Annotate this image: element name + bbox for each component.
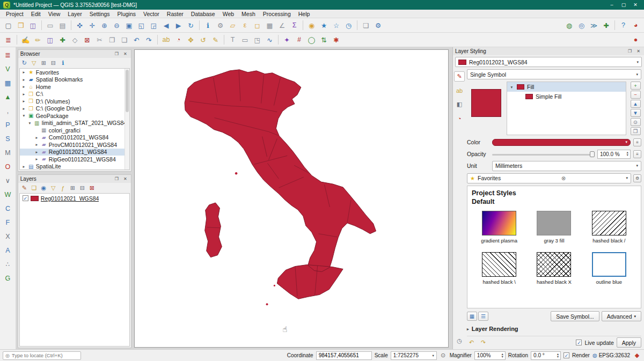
browser-item-geopackage[interactable]: ▾ ▣ GeoPackage xyxy=(20,112,129,120)
locate-bar[interactable]: ◎ xyxy=(3,351,81,360)
zoom-full-button[interactable]: ▣ xyxy=(123,20,135,31)
diagrams-tab[interactable]: ◔ xyxy=(454,113,465,123)
collapse-all-button[interactable]: ⊟ xyxy=(78,183,87,193)
new-map-view-button[interactable]: ❏ xyxy=(360,20,371,31)
save-project-button[interactable]: ◫ xyxy=(27,20,39,31)
list-view-button[interactable]: ☰ xyxy=(478,312,488,321)
remove-layer-button[interactable]: ⊠ xyxy=(87,183,97,193)
add-wms-layer-button[interactable]: W xyxy=(2,189,13,200)
history-tab[interactable]: ◷ xyxy=(454,336,465,346)
map-canvas[interactable]: ☝ xyxy=(134,49,449,348)
opacity-spinbox[interactable]: 100.0 % ▲▼ xyxy=(597,150,631,159)
expand-arrow-icon[interactable]: ▸ xyxy=(21,99,26,104)
maximize-button[interactable]: ▢ xyxy=(618,1,629,9)
expand-arrow-icon[interactable]: ▸ xyxy=(34,142,39,147)
style-filter-select[interactable]: ★ Favorites ⊗ ▾ xyxy=(467,173,631,183)
expand-arrow-icon[interactable]: ▾ xyxy=(509,85,514,90)
browser-expand-all-button[interactable]: ⊞ xyxy=(39,58,48,68)
lock-scale-icon[interactable]: ⊙ xyxy=(440,351,447,360)
menu-processing[interactable]: Processing xyxy=(259,10,295,18)
add-group-button[interactable]: ❏ xyxy=(30,183,39,193)
change-label-button[interactable]: ✎ xyxy=(210,34,221,46)
add-feature-button[interactable]: ✚ xyxy=(57,34,68,46)
message-log-icon[interactable]: ◆ xyxy=(633,351,641,360)
menu-help[interactable]: Help xyxy=(295,10,314,18)
zoom-to-selection-button[interactable]: ◲ xyxy=(148,20,159,31)
close-panel-icon[interactable]: ✕ xyxy=(122,51,129,57)
add-gps-layer-button[interactable]: G xyxy=(2,272,13,284)
add-wcs-layer-button[interactable]: C xyxy=(2,203,13,214)
redo-button[interactable]: ↷ xyxy=(143,34,155,46)
scrollbar-thumb[interactable] xyxy=(126,70,129,112)
style-hashed-black-fwd[interactable]: hashed black / xyxy=(582,211,636,244)
browser-collapse-all-button[interactable]: ⊟ xyxy=(49,58,58,68)
statistical-summary-button[interactable]: Σ xyxy=(289,20,300,31)
icon-view-button[interactable]: ▦ xyxy=(467,312,477,321)
layout-manager-button[interactable]: ▤ xyxy=(57,20,68,31)
zoom-out-button[interactable]: ⊖ xyxy=(111,20,122,31)
browser-item-ripgeo[interactable]: ▸ ▰ RipGeo01012021_WGS84 xyxy=(20,156,129,163)
layer-diagram-button[interactable]: ◔ xyxy=(173,34,184,46)
expand-arrow-icon[interactable]: ▾ xyxy=(27,121,32,126)
annotation-form-button[interactable]: ▭ xyxy=(239,34,251,46)
move-symbol-layer-up-button[interactable]: ▲ xyxy=(631,100,641,108)
error-indicator-icon[interactable]: ● xyxy=(630,34,641,46)
zoom-last-button[interactable]: ◀ xyxy=(160,20,172,31)
new-bookmark-button[interactable]: ★ xyxy=(318,20,330,31)
grass-tools-button[interactable]: ◍ xyxy=(564,20,575,31)
magnifier-spinbox[interactable]: 100% ▲▼ xyxy=(474,351,506,360)
fill-color-button[interactable]: ▾ xyxy=(492,139,631,146)
clear-filter-icon[interactable]: ⊗ xyxy=(561,175,566,181)
expand-arrow-icon[interactable]: ▸ xyxy=(21,106,26,111)
style-outline-blue[interactable]: outline blue xyxy=(582,252,636,285)
osm-place-search-button[interactable]: ◯ xyxy=(306,34,317,46)
add-delimited-text-layer-button[interactable]: , xyxy=(2,105,13,116)
user-profile-button[interactable]: ◕ xyxy=(630,20,641,31)
python-console-button[interactable]: ≫ xyxy=(588,20,599,31)
show-bookmarks-button[interactable]: ☆ xyxy=(331,20,342,31)
help-button[interactable]: ? xyxy=(618,20,629,31)
select-features-button[interactable]: ▱ xyxy=(227,20,238,31)
float-panel-icon[interactable]: ❐ xyxy=(113,176,120,182)
expand-arrow-icon[interactable]: ▸ xyxy=(34,135,39,140)
menu-plugins[interactable]: Plugins xyxy=(114,10,140,18)
temporal-controller-button[interactable]: ◷ xyxy=(343,20,354,31)
expand-all-button[interactable]: ⊞ xyxy=(68,183,77,193)
masks-tab[interactable]: ◧ xyxy=(454,99,465,109)
unit-select[interactable]: Millimeters ▾ xyxy=(492,161,641,171)
float-panel-button[interactable]: ❐ xyxy=(626,48,633,55)
browser-item-favorites[interactable]: ▸ ★ Favorites xyxy=(20,69,129,76)
spin-arrows-icon[interactable]: ▲▼ xyxy=(626,151,629,157)
add-vector-layer-button[interactable]: V xyxy=(2,63,13,75)
data-source-manager-button[interactable]: ≣ xyxy=(3,34,14,46)
close-panel-icon[interactable]: ✕ xyxy=(122,176,129,182)
menu-vector[interactable]: Vector xyxy=(140,10,163,18)
live-update-checkbox[interactable]: ✓ xyxy=(576,340,582,345)
move-symbol-layer-down-button[interactable]: ▼ xyxy=(631,109,641,117)
browser-item-colori-grafici[interactable]: ▦ colori_grafici xyxy=(20,127,129,134)
symbol-node-simple-fill[interactable]: Simple Fill xyxy=(507,92,626,101)
menu-layer[interactable]: Layer xyxy=(64,10,85,18)
open-layer-styling-panel-button[interactable]: ✎ xyxy=(20,183,29,193)
layer-item-reg01012021-wgs84[interactable]: ✓ Reg01012021_WGS84 xyxy=(20,194,129,203)
manage-map-themes-button[interactable]: ◉ xyxy=(39,183,48,193)
new-3d-map-button[interactable]: ◳ xyxy=(252,34,263,46)
current-edits-button[interactable]: ✍ xyxy=(20,34,31,46)
coordinate-input[interactable] xyxy=(316,351,372,360)
add-virtual-layer-button[interactable]: ∨ xyxy=(2,175,13,186)
browser-reload-button[interactable]: ↻ xyxy=(20,58,29,68)
undo-button[interactable]: ↶ xyxy=(131,34,142,46)
new-project-button[interactable]: ▢ xyxy=(3,20,14,31)
vertex-tool-button[interactable]: ◇ xyxy=(69,34,80,46)
crs-indicator[interactable]: ◍ EPSG:32632 xyxy=(592,352,630,358)
spin-arrows-icon[interactable]: ▲▼ xyxy=(501,353,503,358)
pan-to-selection-button[interactable]: ✛ xyxy=(86,20,98,31)
advanced-button[interactable]: Advanced ▾ xyxy=(602,311,641,321)
add-raster-layer-button[interactable]: ▦ xyxy=(2,77,13,89)
symbology-tab[interactable]: ✎ xyxy=(454,71,465,82)
opacity-slider[interactable] xyxy=(492,150,595,158)
symbol-node-fill[interactable]: ▾ Fill xyxy=(507,82,626,92)
copy-features-button[interactable]: ❐ xyxy=(106,34,118,46)
remove-symbol-layer-button[interactable]: − xyxy=(631,91,641,99)
expand-arrow-icon[interactable]: ▸ xyxy=(21,164,26,169)
